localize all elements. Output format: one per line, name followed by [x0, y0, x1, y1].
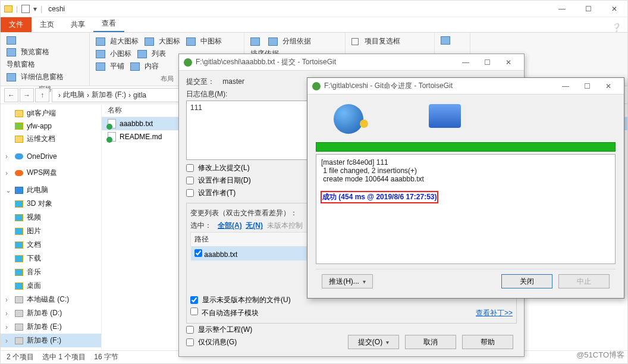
tree-node-drive-d[interactable]: ›新加卷 (D:) [1, 306, 101, 320]
tree-node-drive-e[interactable]: ›新加卷 (E:) [1, 320, 101, 334]
abort-button[interactable]: 中止 [558, 274, 610, 288]
tiles-button[interactable]: 平铺 [96, 61, 124, 71]
tree-node-downloads[interactable]: 下载 [1, 252, 101, 265]
tree-node-music[interactable]: 音乐 [1, 265, 101, 279]
tab-file[interactable]: 文件 [1, 17, 32, 32]
progress-bar [316, 142, 616, 152]
tree-node-pictures[interactable]: 图片 [1, 224, 101, 238]
tab-share[interactable]: 共享 [62, 17, 93, 32]
nav-tree[interactable]: git客户端 yfw-app 运维文档 ›OneDrive ›WPS网盘 ⌄此电… [1, 104, 102, 350]
status-selected: 选中 1 个项目 [42, 352, 86, 362]
tab-home[interactable]: 主页 [32, 17, 62, 32]
only-message-checkbox[interactable] [186, 338, 194, 346]
select-all-link[interactable]: 全部(A) [218, 221, 242, 230]
nav-pane-icon [7, 36, 16, 45]
close-button[interactable]: ✕ [601, 1, 627, 17]
show-whole-project-checkbox[interactable] [186, 326, 194, 334]
tree-node-git-client[interactable]: git客户端 [1, 106, 101, 120]
tree-node-yfw-app[interactable]: yfw-app [1, 120, 101, 132]
ribbon-tabs: 文件 主页 共享 查看 ❔ [1, 17, 627, 33]
divider-icon: | [16, 5, 18, 13]
folder-big-icon [429, 104, 461, 128]
medium-icons-button[interactable]: 中图标 [186, 36, 222, 46]
small-icons-button[interactable]: 小图标 [96, 49, 131, 59]
file-icon [108, 119, 116, 128]
output-console[interactable]: [master fc84e0d] 111 1 file changed, 2 i… [316, 154, 616, 264]
select-none-link[interactable]: 无(N) [246, 221, 263, 230]
no-auto-submodule-checkbox[interactable] [190, 307, 198, 315]
tree-node-ops-doc[interactable]: 运维文档 [1, 132, 101, 146]
tortoisegit-icon [184, 58, 192, 67]
cancel-button[interactable]: 取消 [405, 335, 456, 349]
sort-icon [250, 37, 260, 46]
tree-node-3d[interactable]: 3D 对象 [1, 197, 101, 211]
tab-view[interactable]: 查看 [93, 16, 124, 32]
tree-node-onedrive[interactable]: ›OneDrive [1, 150, 101, 162]
forward-button[interactable]: → [20, 88, 34, 102]
extra-large-icons-button[interactable]: 超大图标 [96, 36, 139, 46]
item-checkbox-button[interactable]: 项目复选框 [365, 36, 400, 46]
divider-icon: | [40, 5, 42, 13]
save-icon[interactable] [21, 5, 30, 13]
help-button[interactable]: 帮助 [462, 335, 513, 349]
checkbox-icon[interactable] [351, 38, 359, 45]
tree-node-desktop[interactable]: 桌面 [1, 279, 101, 293]
view-patch-link[interactable]: 查看补丁>> [476, 308, 513, 318]
window-title: ceshi [46, 5, 65, 13]
preview-pane-button[interactable]: 预览窗格 [7, 47, 49, 57]
maximize-button[interactable]: ☐ [476, 55, 498, 70]
commit-title: F:\gitlab\ceshi\aaabbb.txt - 提交 - Tortoi… [196, 57, 336, 67]
progress-titlebar: F:\gitlab\ceshi - Git命令进度 - TortoiseGit … [307, 78, 624, 95]
progress-dialog: F:\gitlab\ceshi - Git命令进度 - TortoiseGit … [307, 77, 624, 299]
tree-node-this-pc[interactable]: ⌄此电脑 [1, 183, 101, 197]
status-item-count: 2 个项目 [7, 352, 34, 362]
tree-node-documents[interactable]: 文档 [1, 238, 101, 252]
close-button[interactable]: ✕ [498, 55, 519, 70]
options-icon[interactable] [441, 36, 450, 45]
maximize-button[interactable]: ☐ [575, 1, 601, 17]
minimize-button[interactable]: — [549, 1, 575, 17]
progress-title: F:\gitlab\ceshi - Git命令进度 - TortoiseGit [324, 81, 453, 91]
minimize-button[interactable]: — [555, 79, 576, 93]
back-button[interactable]: ← [4, 88, 18, 102]
commit-titlebar: F:\gitlab\ceshi\aaabbb.txt - 提交 - Tortoi… [179, 54, 524, 71]
globe-icon [334, 104, 363, 134]
content-button[interactable]: 内容 [130, 61, 159, 71]
list-button[interactable]: 列表 [137, 49, 166, 59]
group-by-button[interactable]: 分组依据 [268, 36, 311, 46]
commit-button[interactable]: 提交(O) [348, 335, 399, 349]
push-button[interactable]: 推送(H)... [322, 274, 373, 288]
file-icon [108, 132, 116, 142]
tree-node-drive-f[interactable]: ›新加卷 (F:) [1, 334, 101, 347]
tree-node-wps[interactable]: ›WPS网盘 [1, 166, 101, 180]
status-size: 16 字节 [94, 352, 118, 362]
large-icons-button[interactable]: 大图标 [145, 36, 180, 46]
nav-pane-button[interactable]: 导航窗格 [7, 59, 35, 70]
up-button[interactable]: ↑ [35, 88, 49, 102]
help-icon[interactable]: ❔ [605, 23, 627, 32]
chevron-down-icon[interactable]: ▾ [33, 5, 37, 13]
commit-branch: master [222, 77, 244, 86]
author-checkbox[interactable] [186, 189, 194, 197]
watermark: @51CTO博客 [576, 350, 624, 360]
minimize-button[interactable]: — [455, 55, 476, 70]
tortoisegit-icon [312, 82, 321, 90]
commit-to-label: 提交至： [186, 77, 215, 86]
close-button[interactable]: ✕ [598, 79, 619, 93]
amend-checkbox[interactable] [186, 164, 194, 172]
close-button[interactable]: 关闭 [501, 274, 552, 288]
folder-icon [4, 5, 12, 12]
show-unversioned-checkbox[interactable] [190, 296, 198, 304]
row-checkbox[interactable] [194, 249, 202, 257]
maximize-button[interactable]: ☐ [576, 79, 598, 93]
explorer-titlebar: | ▾ | ceshi — ☐ ✕ [1, 1, 627, 17]
details-pane-button[interactable]: 详细信息窗格 [7, 72, 64, 82]
author-date-checkbox[interactable] [186, 177, 194, 184]
tree-node-drive-c[interactable]: ›本地磁盘 (C:) [1, 293, 101, 306]
tree-node-video[interactable]: 视频 [1, 211, 101, 224]
